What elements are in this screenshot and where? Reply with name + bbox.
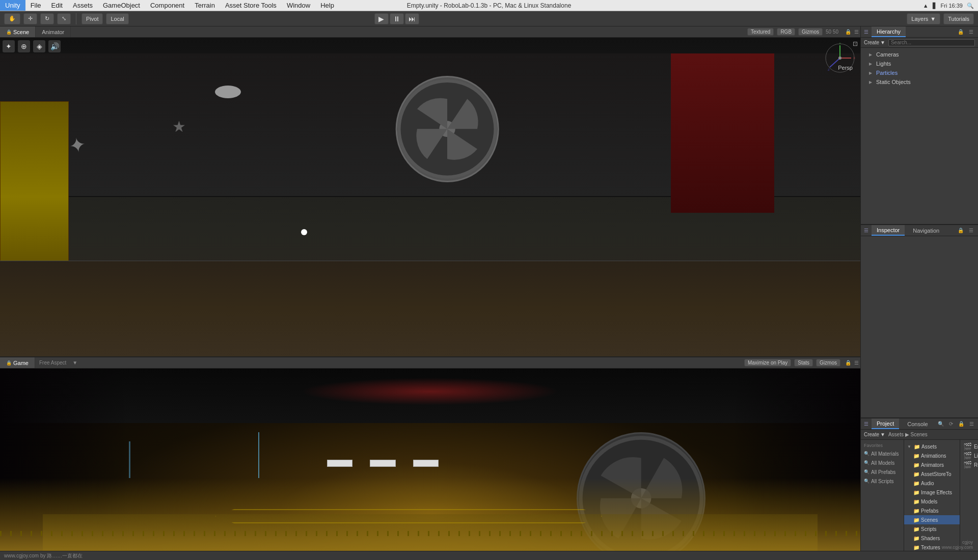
scene-tab[interactable]: 🔒 Scene	[0, 26, 36, 37]
pivot-btn[interactable]: Pivot	[82, 13, 103, 24]
fav-all-materials[interactable]: 🔍 All Materials	[861, 449, 904, 458]
fav-all-models[interactable]: 🔍 All Models	[861, 458, 904, 467]
hierarchy-search[interactable]	[888, 39, 975, 46]
menu-assetstoretools[interactable]: Asset Store Tools	[220, 0, 282, 11]
scene-lock-btn[interactable]: 🔒	[844, 29, 853, 35]
inspector-content	[861, 236, 978, 417]
menu-file[interactable]: File	[25, 0, 46, 11]
staticobjects-arrow: ▶	[869, 80, 874, 85]
scenes-folder-icon: 📁	[913, 517, 919, 523]
scene-file-lightmaps[interactable]: 🎬 Lightmaps	[963, 451, 975, 460]
hierarchy-create-btn[interactable]: Create ▼	[864, 40, 885, 45]
menu-help[interactable]: Help	[315, 0, 339, 11]
scene-icon-4[interactable]: 🔊	[48, 40, 61, 52]
asset-scenes[interactable]: 📁 Scenes	[904, 515, 960, 524]
asset-animations[interactable]: 📁 Animations	[904, 451, 960, 460]
project-header: ☰ Project Console 🔍 ⟳ 🔒 ☰	[861, 418, 978, 430]
gizmos-btn[interactable]: Gizmos	[798, 28, 823, 36]
scene-maximize-btn[interactable]: ⊡	[853, 40, 858, 47]
particles-label: Particles	[876, 70, 898, 76]
navigation-tab[interactable]: Navigation	[908, 225, 944, 236]
scale-tool-btn[interactable]: ⤡	[57, 13, 71, 24]
scene-icon-2[interactable]: ⊕	[18, 40, 30, 52]
scene-viewport[interactable]: ✦ ★ Y X Z	[0, 38, 860, 356]
project-breadcrumb: Assets ▶ Scenes	[888, 432, 928, 437]
hierarchy-item-lights[interactable]: ▶ Lights	[861, 59, 978, 68]
status-bar: www.cgjoy.com by 路……一直都在	[0, 551, 978, 560]
asset-prefabs[interactable]: 📁 Prefabs	[904, 506, 960, 515]
hierarchy-lock-btn[interactable]: 🔒	[956, 29, 965, 35]
project-search-icon[interactable]: 🔍	[936, 421, 945, 427]
fav-all-prefabs[interactable]: 🔍 All Prefabs	[861, 467, 904, 477]
asset-audio[interactable]: 📁 Audio	[904, 479, 960, 488]
layers-btn[interactable]: Layers ▼	[907, 13, 940, 24]
menu-assets[interactable]: Assets	[68, 0, 98, 11]
project-tab[interactable]: Project	[872, 418, 899, 429]
battery-icon: ▋	[933, 3, 937, 9]
clock: Fri 16:39	[941, 3, 963, 9]
project-menu-btn[interactable]: ☰	[968, 421, 975, 427]
hierarchy-item-staticobjects[interactable]: ▶ Static Objects	[861, 77, 978, 87]
animator-tab[interactable]: Animator	[36, 26, 71, 37]
aspect-dropdown-icon[interactable]: ▼	[70, 360, 79, 366]
assets-folder-icon: 📁	[914, 444, 920, 450]
menu-component[interactable]: Component	[145, 0, 189, 11]
hierarchy-tab[interactable]: Hierarchy	[872, 26, 906, 37]
hierarchy-menu-btn[interactable]: ☰	[967, 29, 975, 35]
scene-icon-1[interactable]: ✦	[3, 40, 15, 52]
pause-btn[interactable]: ⏸	[390, 13, 404, 24]
fav-search-icon-3: 🔍	[864, 469, 870, 474]
menu-gameobject[interactable]: GameObject	[98, 0, 145, 11]
project-lock-btn[interactable]: 🔒	[957, 421, 966, 427]
tutorials-btn[interactable]: Tutorials	[943, 13, 974, 24]
robotlab-scene-icon: 🎬	[963, 461, 972, 469]
inspector-tab[interactable]: Inspector	[872, 225, 905, 236]
scene-menu-btn[interactable]: ☰	[853, 29, 860, 35]
rotate-tool-btn[interactable]: ↻	[40, 13, 54, 24]
project-refresh-btn[interactable]: ⟳	[947, 421, 955, 427]
asset-animators[interactable]: 📁 Animators	[904, 460, 960, 469]
game-controls: Maximize on Play Stats Gizmos	[744, 359, 844, 367]
search-icon[interactable]: 🔍	[967, 3, 974, 9]
local-btn[interactable]: Local	[106, 13, 128, 24]
asset-imageeffects[interactable]: 📁 Image Effects	[904, 488, 960, 497]
hierarchy-item-cameras[interactable]: ▶ Cameras	[861, 50, 978, 59]
hand-tool-btn[interactable]: ✋	[4, 13, 20, 24]
inspector-panel-container: ☰ Inspector Navigation 🔒 ☰	[861, 225, 978, 418]
inspector-lock-btn[interactable]: 🔒	[956, 228, 965, 233]
game-lock-btn[interactable]: 🔒	[844, 360, 853, 366]
asset-assetstoreto[interactable]: 📁 AssetStoreTo	[904, 469, 960, 479]
stats-btn[interactable]: Stats	[794, 359, 813, 367]
menu-terrain[interactable]: Terrain	[189, 0, 220, 11]
game-viewport[interactable]	[0, 369, 860, 551]
asset-root[interactable]: ▼ 📁 Assets	[904, 442, 960, 451]
svg-text:Z: Z	[828, 68, 830, 71]
scene-icon-3[interactable]: ◈	[33, 40, 45, 52]
game-menu-btn[interactable]: ☰	[853, 360, 860, 366]
game-gizmos-btn[interactable]: Gizmos	[816, 359, 840, 367]
inspector-menu-btn[interactable]: ☰	[967, 228, 975, 233]
maximize-on-play-btn[interactable]: Maximize on Play	[744, 359, 791, 367]
hierarchy-item-particles[interactable]: ▶ Particles	[861, 68, 978, 77]
asset-scripts[interactable]: 📁 Scripts	[904, 524, 960, 534]
animations-folder-icon: 📁	[913, 453, 919, 459]
menu-window[interactable]: Window	[282, 0, 315, 11]
project-create-btn[interactable]: Create ▼	[864, 432, 885, 437]
step-btn[interactable]: ⏭	[405, 13, 419, 24]
rgb-btn[interactable]: RGB	[777, 28, 795, 36]
textured-btn[interactable]: Textured	[747, 28, 774, 36]
asset-models[interactable]: 📁 Models	[904, 497, 960, 506]
game-tab-bar: 🔒 Game Free Aspect ▼ Maximize on Play St…	[0, 357, 860, 369]
scene-file-robotlab[interactable]: 🎬 RobotLab	[963, 460, 975, 469]
menu-unity[interactable]: Unity	[0, 0, 25, 11]
play-btn[interactable]: ▶	[374, 13, 389, 24]
game-tab[interactable]: 🔒 Game	[0, 357, 35, 368]
hierarchy-panel-icon: ☰	[864, 29, 868, 35]
console-tab[interactable]: Console	[902, 418, 933, 429]
menu-edit[interactable]: Edit	[46, 0, 68, 11]
scene-file-empty[interactable]: 🎬 Empty	[963, 442, 975, 451]
move-tool-btn[interactable]: ✛	[23, 13, 37, 24]
hierarchy-panel: ☰ Hierarchy 🔒 ☰ Create ▼ ▶ Cameras	[861, 26, 978, 225]
fav-all-scripts[interactable]: 🔍 All Scripts	[861, 477, 904, 486]
scene-lock-icon: 🔒	[6, 30, 12, 35]
